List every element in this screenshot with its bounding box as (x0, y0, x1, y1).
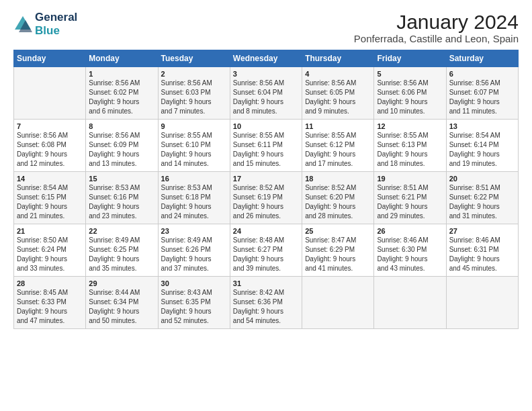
weekday-header-friday: Friday (374, 50, 446, 67)
cell-content: Sunrise: 8:47 AM Sunset: 6:29 PM Dayligh… (305, 236, 371, 273)
calendar-cell: 7Sunrise: 8:56 AM Sunset: 6:08 PM Daylig… (14, 120, 86, 172)
day-number: 20 (449, 175, 515, 183)
cell-content: Sunrise: 8:42 AM Sunset: 6:36 PM Dayligh… (233, 288, 299, 326)
calendar-week-row: 14Sunrise: 8:54 AM Sunset: 6:15 PM Dayli… (14, 172, 519, 224)
cell-content: Sunrise: 8:52 AM Sunset: 6:20 PM Dayligh… (305, 183, 371, 221)
day-number: 31 (233, 279, 299, 287)
cell-content: Sunrise: 8:56 AM Sunset: 6:02 PM Dayligh… (89, 79, 154, 116)
weekday-header-wednesday: Wednesday (230, 50, 302, 67)
day-number: 10 (233, 122, 299, 130)
calendar-cell (14, 67, 86, 120)
cell-content: Sunrise: 8:56 AM Sunset: 6:09 PM Dayligh… (89, 131, 154, 169)
day-number: 6 (449, 70, 515, 78)
calendar-cell: 3Sunrise: 8:56 AM Sunset: 6:04 PM Daylig… (230, 67, 302, 120)
cell-content: Sunrise: 8:53 AM Sunset: 6:16 PM Dayligh… (89, 183, 154, 221)
weekday-header-thursday: Thursday (302, 50, 374, 67)
cell-content: Sunrise: 8:49 AM Sunset: 6:25 PM Dayligh… (89, 236, 154, 273)
calendar-cell: 21Sunrise: 8:50 AM Sunset: 6:24 PM Dayli… (14, 224, 86, 277)
calendar-cell: 15Sunrise: 8:53 AM Sunset: 6:16 PM Dayli… (86, 172, 158, 224)
calendar-cell: 14Sunrise: 8:54 AM Sunset: 6:15 PM Dayli… (14, 172, 86, 224)
day-number: 3 (233, 70, 299, 78)
calendar-cell: 31Sunrise: 8:42 AM Sunset: 6:36 PM Dayli… (230, 277, 302, 329)
day-number: 30 (161, 279, 227, 287)
calendar-cell (302, 277, 374, 329)
day-number: 22 (89, 227, 154, 235)
cell-content: Sunrise: 8:56 AM Sunset: 6:08 PM Dayligh… (17, 131, 83, 169)
calendar-cell: 27Sunrise: 8:46 AM Sunset: 6:31 PM Dayli… (446, 224, 518, 277)
header: General Blue January 2024 Ponferrada, Ca… (13, 11, 519, 44)
calendar-cell (446, 277, 518, 329)
cell-content: Sunrise: 8:56 AM Sunset: 6:07 PM Dayligh… (449, 79, 515, 116)
cell-content: Sunrise: 8:45 AM Sunset: 6:33 PM Dayligh… (17, 288, 83, 326)
day-number: 21 (17, 227, 83, 235)
calendar-week-row: 28Sunrise: 8:45 AM Sunset: 6:33 PM Dayli… (14, 277, 519, 329)
day-number: 1 (89, 70, 154, 78)
calendar-week-row: 7Sunrise: 8:56 AM Sunset: 6:08 PM Daylig… (14, 120, 519, 172)
cell-content: Sunrise: 8:56 AM Sunset: 6:05 PM Dayligh… (305, 79, 371, 116)
cell-content: Sunrise: 8:51 AM Sunset: 6:21 PM Dayligh… (377, 183, 443, 221)
calendar-cell: 6Sunrise: 8:56 AM Sunset: 6:07 PM Daylig… (446, 67, 518, 120)
cell-content: Sunrise: 8:54 AM Sunset: 6:15 PM Dayligh… (17, 183, 83, 221)
cell-content: Sunrise: 8:49 AM Sunset: 6:26 PM Dayligh… (161, 236, 227, 273)
cell-content: Sunrise: 8:48 AM Sunset: 6:27 PM Dayligh… (233, 236, 299, 273)
day-number: 18 (305, 175, 371, 183)
day-number: 15 (89, 175, 154, 183)
calendar-cell: 16Sunrise: 8:53 AM Sunset: 6:18 PM Dayli… (158, 172, 230, 224)
cell-content: Sunrise: 8:50 AM Sunset: 6:24 PM Dayligh… (17, 236, 83, 273)
weekday-header-monday: Monday (86, 50, 158, 67)
cell-content: Sunrise: 8:55 AM Sunset: 6:12 PM Dayligh… (305, 131, 371, 169)
day-number: 29 (89, 279, 154, 287)
calendar-cell: 10Sunrise: 8:55 AM Sunset: 6:11 PM Dayli… (230, 120, 302, 172)
cell-content: Sunrise: 8:43 AM Sunset: 6:35 PM Dayligh… (161, 288, 227, 326)
day-number: 25 (305, 227, 371, 235)
calendar-cell: 20Sunrise: 8:51 AM Sunset: 6:22 PM Dayli… (446, 172, 518, 224)
calendar-cell: 23Sunrise: 8:49 AM Sunset: 6:26 PM Dayli… (158, 224, 230, 277)
page-subtitle: Ponferrada, Castille and Leon, Spain (354, 33, 519, 44)
day-number: 7 (17, 122, 83, 130)
calendar-cell: 5Sunrise: 8:56 AM Sunset: 6:06 PM Daylig… (374, 67, 446, 120)
cell-content: Sunrise: 8:55 AM Sunset: 6:13 PM Dayligh… (377, 131, 443, 169)
calendar-cell: 12Sunrise: 8:55 AM Sunset: 6:13 PM Dayli… (374, 120, 446, 172)
page-title: January 2024 (354, 11, 519, 33)
calendar-cell (374, 277, 446, 329)
calendar-cell: 18Sunrise: 8:52 AM Sunset: 6:20 PM Dayli… (302, 172, 374, 224)
cell-content: Sunrise: 8:52 AM Sunset: 6:19 PM Dayligh… (233, 183, 299, 221)
calendar-cell: 17Sunrise: 8:52 AM Sunset: 6:19 PM Dayli… (230, 172, 302, 224)
day-number: 5 (377, 70, 443, 78)
day-number: 14 (17, 175, 83, 183)
cell-content: Sunrise: 8:51 AM Sunset: 6:22 PM Dayligh… (449, 183, 515, 221)
calendar-cell: 22Sunrise: 8:49 AM Sunset: 6:25 PM Dayli… (86, 224, 158, 277)
cell-content: Sunrise: 8:44 AM Sunset: 6:34 PM Dayligh… (89, 288, 154, 326)
calendar-cell: 2Sunrise: 8:56 AM Sunset: 6:03 PM Daylig… (158, 67, 230, 120)
day-number: 12 (377, 122, 443, 130)
cell-content: Sunrise: 8:46 AM Sunset: 6:31 PM Dayligh… (449, 236, 515, 273)
day-number: 13 (449, 122, 515, 130)
calendar-week-row: 21Sunrise: 8:50 AM Sunset: 6:24 PM Dayli… (14, 224, 519, 277)
calendar-cell: 24Sunrise: 8:48 AM Sunset: 6:27 PM Dayli… (230, 224, 302, 277)
calendar-cell: 4Sunrise: 8:56 AM Sunset: 6:05 PM Daylig… (302, 67, 374, 120)
calendar-cell: 9Sunrise: 8:55 AM Sunset: 6:10 PM Daylig… (158, 120, 230, 172)
day-number: 24 (233, 227, 299, 235)
calendar-cell: 25Sunrise: 8:47 AM Sunset: 6:29 PM Dayli… (302, 224, 374, 277)
day-number: 17 (233, 175, 299, 183)
day-number: 4 (305, 70, 371, 78)
logo: General Blue (13, 11, 77, 37)
calendar-cell: 26Sunrise: 8:46 AM Sunset: 6:30 PM Dayli… (374, 224, 446, 277)
weekday-header-tuesday: Tuesday (158, 50, 230, 67)
cell-content: Sunrise: 8:56 AM Sunset: 6:04 PM Dayligh… (233, 79, 299, 116)
day-number: 28 (17, 279, 83, 287)
cell-content: Sunrise: 8:46 AM Sunset: 6:30 PM Dayligh… (377, 236, 443, 273)
day-number: 27 (449, 227, 515, 235)
day-number: 23 (161, 227, 227, 235)
calendar-cell: 30Sunrise: 8:43 AM Sunset: 6:35 PM Dayli… (158, 277, 230, 329)
calendar-cell: 13Sunrise: 8:54 AM Sunset: 6:14 PM Dayli… (446, 120, 518, 172)
calendar-table: SundayMondayTuesdayWednesdayThursdayFrid… (13, 50, 519, 329)
cell-content: Sunrise: 8:54 AM Sunset: 6:14 PM Dayligh… (449, 131, 515, 169)
cell-content: Sunrise: 8:56 AM Sunset: 6:03 PM Dayligh… (161, 79, 227, 116)
day-number: 8 (89, 122, 154, 130)
day-number: 2 (161, 70, 227, 78)
cell-content: Sunrise: 8:53 AM Sunset: 6:18 PM Dayligh… (161, 183, 227, 221)
title-block: January 2024 Ponferrada, Castille and Le… (354, 11, 519, 44)
cell-content: Sunrise: 8:55 AM Sunset: 6:11 PM Dayligh… (233, 131, 299, 169)
page: General Blue January 2024 Ponferrada, Ca… (0, 0, 532, 336)
